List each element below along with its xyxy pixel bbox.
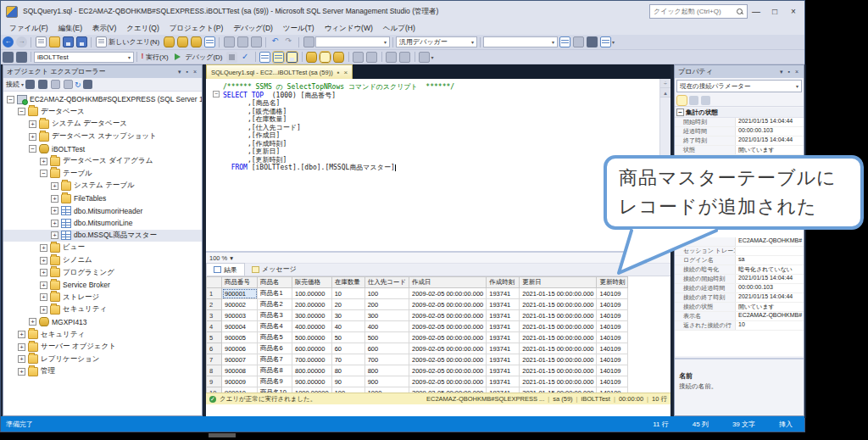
grid-cell[interactable]: 300 [364, 310, 409, 321]
grid-cell[interactable]: 900004 [222, 321, 258, 332]
tree-expander-icon[interactable]: − [7, 96, 14, 103]
grid-row[interactable]: 7900007商品名7700.00000707002009-02-05 00:0… [207, 354, 628, 365]
grid-cell[interactable]: 2009-02-05 00:00:00.000 [409, 332, 486, 343]
execute-button[interactable]: 実行(X) [146, 53, 169, 62]
briefcase-icon[interactable] [587, 36, 598, 47]
menu-item-6[interactable]: ツール(T) [278, 24, 320, 34]
grid-cell[interactable]: 193741 [487, 321, 520, 332]
tree-expander-icon[interactable]: + [18, 355, 25, 363]
stop-icon[interactable] [226, 52, 237, 63]
grid-cell[interactable]: 140109 [597, 332, 628, 343]
grid-cell[interactable]: 700.00000 [292, 354, 332, 365]
grid-cell[interactable]: 193741 [487, 299, 520, 310]
grid-cell[interactable]: 900007 [222, 354, 258, 365]
debug-icon[interactable] [172, 52, 183, 63]
object-explorer-titlebar[interactable]: オブジェクト エクスプローラー ▾ ▪ × [3, 65, 202, 78]
grid-cell[interactable]: 140109 [597, 343, 628, 354]
grid-cell[interactable]: 500 [364, 332, 409, 343]
grid-cell[interactable]: 900 [364, 376, 409, 387]
tree-node[interactable]: +dbo.MSSQL商品マスター [3, 230, 202, 242]
menu-item-2[interactable]: 表示(V) [87, 24, 121, 34]
grid-cell[interactable]: 2021-01-15 00:00:00.000 [520, 321, 597, 332]
tree-node[interactable]: +管理 [3, 365, 202, 378]
tree-node[interactable]: +サーバー オブジェクト [3, 341, 202, 354]
grid-row[interactable]: 1900001商品名1100.00000101002009-02-05 00:0… [207, 288, 628, 299]
grid-cell[interactable]: 193741 [487, 376, 520, 387]
grid-cell[interactable]: 193741 [487, 343, 520, 354]
grid-row-number[interactable]: 8 [207, 365, 222, 376]
grid-cell[interactable]: 商品名3 [258, 310, 292, 321]
grid-row[interactable]: 9900009商品名9900.00000909002009-02-05 00:0… [207, 376, 628, 387]
property-row[interactable]: 接続の状態開いています [675, 303, 804, 312]
tree-expander-icon[interactable]: − [40, 170, 47, 177]
grid-cell[interactable]: 140109 [597, 376, 628, 387]
tree-expander-icon[interactable]: + [40, 244, 47, 252]
tree-expander-icon[interactable]: + [18, 368, 25, 376]
find-icon[interactable] [303, 36, 314, 47]
grid-cell[interactable]: 400 [364, 321, 409, 332]
grid-column-header[interactable]: 作成日 [409, 277, 486, 288]
refresh-icon[interactable]: ↻ [75, 81, 81, 89]
grid-cell[interactable]: 140109 [597, 310, 628, 321]
tree-expander-icon[interactable]: + [18, 331, 25, 338]
grid-cell[interactable]: 2021-01-15 00:00:00.000 [520, 299, 597, 310]
close-button[interactable]: × [784, 1, 803, 22]
grid-cell[interactable]: 200 [364, 299, 409, 310]
splitter-handle[interactable]: ÷ [660, 79, 670, 88]
property-row[interactable]: 表示名EC2AMAZ-QBOHKMB# [675, 312, 804, 321]
grid-column-header[interactable]: 在庫数量 [331, 277, 364, 288]
grid-row-number[interactable]: 1 [207, 288, 222, 299]
wrench-icon[interactable] [573, 36, 584, 47]
property-row[interactable]: 開始時刻2021/01/15 14:04:44 [675, 118, 804, 127]
window-icon[interactable] [600, 36, 611, 47]
new-project-icon[interactable] [36, 36, 47, 47]
uncomment-icon[interactable] [366, 52, 377, 63]
grid-cell[interactable]: 2009-02-05 00:00:00.000 [409, 299, 486, 310]
alphabetical-icon[interactable] [689, 96, 698, 105]
disconnect-icon[interactable] [25, 80, 35, 89]
tree-expander-icon[interactable]: − [18, 108, 25, 115]
menu-item-4[interactable]: プロジェクト(P) [164, 24, 229, 34]
results-to-file-icon[interactable] [287, 52, 298, 63]
grid-cell[interactable]: 200.00000 [292, 299, 332, 310]
grid-row-number[interactable]: 4 [207, 321, 222, 332]
restore-button[interactable]: □ [765, 1, 784, 22]
grid-cell[interactable]: 193741 [487, 288, 520, 299]
generic-debugger-combo[interactable]: 汎用デバッガー▾ [396, 36, 477, 47]
debug-button[interactable]: デバッグ(D) [186, 53, 223, 62]
grid-row[interactable]: 8900008商品名8800.00000808002009-02-05 00:0… [207, 365, 628, 376]
open-table-icon[interactable] [204, 36, 215, 47]
grid-cell[interactable]: 2009-02-05 00:00:00.000 [409, 354, 486, 365]
undo-icon[interactable] [270, 36, 281, 47]
grid-row-number[interactable]: 3 [207, 310, 222, 321]
tree-node[interactable]: +ビュー [3, 242, 202, 254]
tree-expander-icon[interactable]: − [29, 145, 36, 153]
document-tab[interactable]: SQLQuery1.sql - EC2...iBOLTTest (sa (59)… [206, 64, 353, 79]
query-options-icon[interactable] [306, 52, 317, 63]
grid-row[interactable]: 6900006商品名6600.00000606002009-02-05 00:0… [207, 343, 628, 354]
grid-cell[interactable]: 2021-01-15 00:00:00.000 [520, 365, 597, 376]
grid-cell[interactable]: 2009-02-05 00:00:00.000 [409, 321, 486, 332]
grid-column-header[interactable]: 更新日 [520, 277, 597, 288]
grid-cell[interactable]: 193741 [487, 332, 520, 343]
tree-expander-icon[interactable]: + [40, 158, 47, 165]
grid-cell[interactable]: 600.00000 [292, 343, 332, 354]
grid-row[interactable]: 4900004商品名4400.00000404002009-02-05 00:0… [207, 321, 628, 332]
grid-cell[interactable]: 商品名8 [258, 365, 292, 376]
page-scrollbar-thumb[interactable] [209, 433, 236, 437]
grid-cell[interactable]: 500.00000 [292, 332, 332, 343]
property-row[interactable]: 接続の終了時刻2021/01/15 14:04:44 [675, 293, 804, 303]
grid-row-number[interactable]: 5 [207, 332, 222, 343]
grid-cell[interactable]: 70 [331, 354, 364, 365]
grid-cell[interactable]: 140109 [597, 288, 628, 299]
grid-cell[interactable]: 50 [331, 332, 364, 343]
tree-node[interactable]: +セキュリティ [3, 304, 202, 316]
redo-icon[interactable] [284, 36, 295, 47]
tree-node[interactable]: +データベース ダイアグラム [3, 155, 202, 168]
grid-column-header[interactable]: 販売価格 [292, 277, 332, 288]
tree-expander-icon[interactable]: + [51, 231, 58, 239]
new-query-icon[interactable] [96, 36, 107, 47]
navigate-forward-icon[interactable] [16, 36, 27, 47]
grid-cell[interactable]: 900006 [222, 343, 258, 354]
grid-cell[interactable]: 900.00000 [292, 376, 332, 387]
